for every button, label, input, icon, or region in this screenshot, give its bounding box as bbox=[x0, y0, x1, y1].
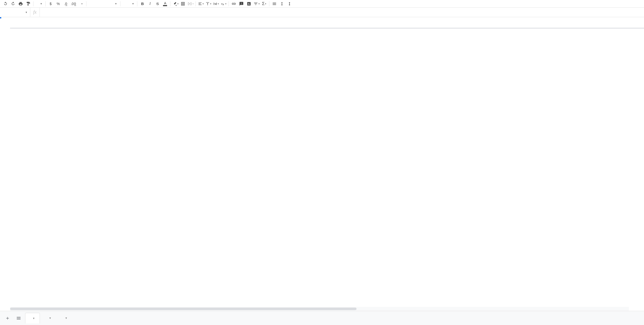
sheet-tab-bar: ＋ ▼ ▼ ▼ bbox=[0, 311, 644, 325]
insert-link-button[interactable] bbox=[230, 1, 237, 7]
svg-rect-2 bbox=[273, 5, 276, 5]
text-color-button[interactable]: A bbox=[162, 1, 169, 7]
toolbar-extra-3[interactable] bbox=[286, 1, 293, 7]
increase-decimal-button[interactable]: .00̲ bbox=[70, 1, 77, 7]
chevron-down-icon: ▼ bbox=[25, 11, 27, 14]
svg-rect-0 bbox=[273, 3, 276, 3]
text-wrap-button[interactable]: ▾ bbox=[212, 1, 219, 7]
merge-cells-button[interactable]: ▾ bbox=[187, 1, 194, 7]
add-sheet-button[interactable]: ＋ bbox=[3, 314, 12, 323]
strikethrough-button[interactable]: S bbox=[154, 1, 161, 7]
chevron-down-icon: ▼ bbox=[115, 3, 117, 5]
zoom-select[interactable]: ▼ bbox=[35, 3, 44, 5]
horizontal-align-button[interactable]: ▾ bbox=[197, 1, 204, 7]
grid-wrapper bbox=[0, 17, 644, 311]
redo-button[interactable] bbox=[10, 1, 17, 7]
borders-button[interactable] bbox=[179, 1, 186, 7]
frozen-row-divider bbox=[10, 28, 644, 29]
currency-button[interactable]: $ bbox=[47, 1, 54, 7]
italic-button[interactable]: I bbox=[146, 1, 153, 7]
formula-input[interactable] bbox=[40, 8, 644, 17]
toolbar-separator bbox=[229, 1, 229, 6]
toolbar-extra-1[interactable] bbox=[271, 1, 278, 7]
toolbar-separator bbox=[33, 1, 34, 6]
all-sheets-button[interactable] bbox=[14, 314, 23, 323]
svg-rect-1 bbox=[273, 4, 276, 4]
decrease-decimal-button[interactable]: .0̲ bbox=[62, 1, 69, 7]
functions-button[interactable]: Σ▾ bbox=[261, 1, 268, 7]
insert-chart-button[interactable] bbox=[245, 1, 252, 7]
name-box[interactable]: ▼ bbox=[0, 8, 30, 17]
toolbar-separator bbox=[170, 1, 170, 6]
formula-row: ▼ fx bbox=[0, 8, 644, 17]
font-select[interactable]: ▼ bbox=[88, 3, 119, 5]
toolbar-separator bbox=[196, 1, 196, 6]
fontsize-select[interactable]: ▼ bbox=[122, 3, 136, 5]
paint-format-button[interactable] bbox=[25, 1, 32, 7]
sheet-tab-expense[interactable]: ▼ bbox=[25, 313, 40, 323]
horizontal-scrollbar[interactable] bbox=[10, 307, 629, 311]
fill-color-button[interactable]: ▾ bbox=[172, 1, 179, 7]
toolbar-separator bbox=[269, 1, 269, 6]
toolbar-separator bbox=[137, 1, 137, 6]
cell-selection-outline bbox=[0, 17, 1, 18]
chevron-down-icon: ▼ bbox=[132, 3, 134, 5]
chevron-down-icon: ▼ bbox=[40, 3, 42, 5]
sheet-tab-roles-location-salary[interactable]: ▼ bbox=[42, 313, 56, 323]
number-format-select[interactable]: ▾ bbox=[78, 1, 85, 7]
filter-button[interactable]: ▾ bbox=[253, 1, 260, 7]
toolbar-separator bbox=[86, 1, 86, 6]
toolbar-separator bbox=[45, 1, 46, 6]
chevron-down-icon: ▼ bbox=[65, 317, 68, 319]
vertical-align-button[interactable]: ▾ bbox=[205, 1, 212, 7]
horizontal-scrollbar-thumb[interactable] bbox=[10, 308, 357, 310]
selection-fill-handle[interactable] bbox=[0, 17, 1, 18]
toolbar-separator bbox=[120, 1, 120, 6]
toolbar: ▼ $ % .0̲ .00̲ ▾ ▼ ▼ B I S A ▾ ▾ ▾ ▾ ▾ ▾ bbox=[0, 0, 644, 8]
menu-icon bbox=[16, 316, 21, 321]
chevron-down-icon: ▼ bbox=[33, 317, 35, 320]
toolbar-extra-2[interactable] bbox=[278, 1, 285, 7]
print-button[interactable] bbox=[17, 1, 24, 7]
bold-button[interactable]: B bbox=[139, 1, 146, 7]
sheet-tab-all-parameters[interactable]: ▼ bbox=[58, 313, 72, 323]
text-rotation-button[interactable]: ▾ bbox=[220, 1, 227, 7]
insert-comment-button[interactable] bbox=[238, 1, 245, 7]
percent-button[interactable]: % bbox=[55, 1, 62, 7]
chevron-down-icon: ▼ bbox=[49, 317, 51, 319]
undo-button[interactable] bbox=[2, 1, 9, 7]
fx-label: fx bbox=[30, 8, 40, 17]
